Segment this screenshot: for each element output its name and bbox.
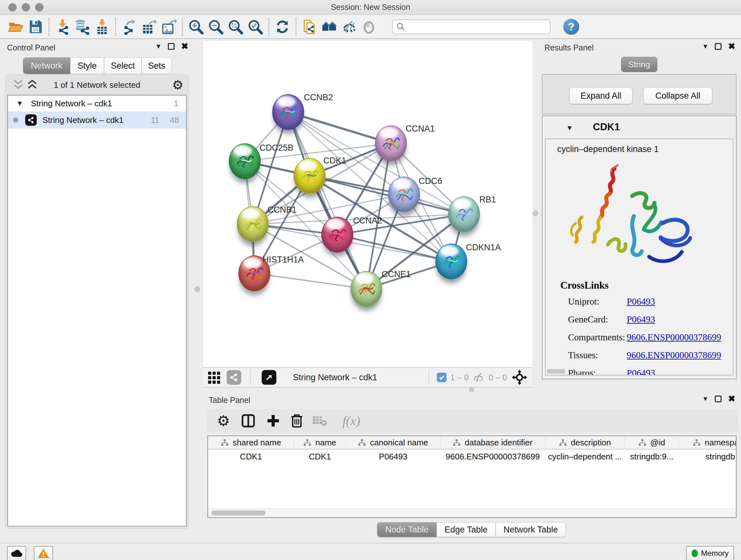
panel-collapse-icon[interactable]: ▼: [702, 395, 709, 402]
network-overview-houses-icon[interactable]: [320, 17, 339, 36]
tree-expander-icon[interactable]: ▼: [16, 99, 23, 108]
refresh-view-icon[interactable]: [273, 17, 292, 36]
network-node-rb1[interactable]: [448, 196, 480, 232]
network-node-ccne1[interactable]: [350, 271, 382, 307]
tab-sets[interactable]: Sets: [142, 57, 172, 74]
panel-close-icon[interactable]: ✖: [181, 42, 188, 51]
export-table-icon[interactable]: [139, 17, 159, 36]
column-header-name[interactable]: name: [294, 436, 346, 449]
network-node-cdc25b[interactable]: [229, 143, 261, 179]
zoom-out-icon[interactable]: [206, 17, 226, 36]
left-splitter-handle[interactable]: [194, 287, 200, 292]
column-header-canonical-name[interactable]: canonical name: [346, 436, 441, 449]
panel-close-icon[interactable]: ✖: [728, 42, 735, 51]
add-column-icon[interactable]: [265, 413, 281, 429]
crosslink-link[interactable]: P06493: [627, 296, 655, 307]
column-header-namespace[interactable]: namespace: [679, 436, 737, 449]
network-view-share-icon[interactable]: [226, 368, 241, 387]
collapse-all-button[interactable]: Collapse All: [643, 87, 712, 104]
section-expander-icon[interactable]: ▼: [566, 124, 573, 132]
node-label-ccnb2: CCNB2: [304, 92, 333, 103]
table-cell[interactable]: cyclin–dependent ...: [545, 449, 625, 463]
tab-style[interactable]: Style: [70, 57, 104, 74]
panel-collapse-icon[interactable]: ▼: [155, 43, 162, 50]
network-view-canvas[interactable]: CCNB2CCNA1CDC25BCDK1CDC6RB1CCNB1CCNA2CDK…: [203, 41, 532, 367]
selected-checkbox-icon[interactable]: [437, 373, 447, 382]
panel-float-icon[interactable]: [715, 43, 722, 50]
birdseye-view-icon[interactable]: [262, 368, 276, 387]
table-cell[interactable]: 9606.ENSP00000378699: [441, 449, 545, 463]
table-horizontal-scrollbar[interactable]: [208, 508, 736, 517]
tab-network-table[interactable]: Network Table: [495, 522, 566, 537]
network-node-ccna1[interactable]: [375, 125, 407, 161]
network-node-ccnb1[interactable]: [237, 206, 269, 242]
zoom-selected-icon[interactable]: [246, 17, 265, 36]
column-header--id[interactable]: @id: [625, 436, 679, 449]
table-cell[interactable]: stringdb: [679, 449, 737, 463]
crosslink-link[interactable]: 9606.ENSP00000378699: [627, 350, 721, 361]
network-node-cdkn1a[interactable]: [435, 244, 467, 279]
panel-close-icon[interactable]: ✖: [728, 395, 735, 403]
tab-edge-table[interactable]: Edge Table: [436, 522, 495, 537]
network-node-cdk1[interactable]: [293, 158, 326, 194]
expand-all-button[interactable]: Expand All: [569, 87, 632, 104]
tab-string[interactable]: String: [621, 57, 657, 72]
crosslink-link[interactable]: P06493: [627, 368, 655, 375]
network-edge[interactable]: [254, 273, 366, 289]
search-input[interactable]: [406, 22, 540, 31]
column-header-description[interactable]: description: [545, 436, 625, 449]
save-session-icon[interactable]: [25, 17, 45, 36]
crosslink-link[interactable]: P06493: [627, 314, 655, 325]
zoom-fit-icon[interactable]: [226, 17, 246, 36]
crosslink-link[interactable]: 9606.ENSP00000378699: [627, 332, 721, 343]
import-network-from-database-icon[interactable]: [72, 17, 92, 36]
network-edge[interactable]: [337, 235, 451, 261]
network-options-gear-icon[interactable]: ⚙: [172, 78, 184, 91]
bottom-splitter-handle[interactable]: [469, 388, 474, 392]
tab-node-table[interactable]: Node Table: [377, 522, 436, 537]
hide-selected-eye-icon[interactable]: [339, 17, 359, 36]
column-header-shared-name[interactable]: shared name: [208, 436, 294, 449]
pan-crosshair-icon[interactable]: [511, 368, 528, 387]
panel-collapse-icon[interactable]: ▼: [702, 43, 709, 50]
tab-select[interactable]: Select: [104, 57, 142, 74]
right-splitter-handle[interactable]: [533, 210, 538, 216]
export-network-icon[interactable]: [119, 17, 139, 36]
hidden-nodes-indicator[interactable]: 0 – 0: [472, 368, 507, 387]
import-table-from-file-icon[interactable]: [92, 17, 112, 36]
cloud-status-button[interactable]: [7, 546, 26, 560]
network-row-selected[interactable]: String Network – cdk1 11 48: [8, 111, 186, 129]
table-cell[interactable]: CDK1: [208, 449, 294, 463]
warnings-button[interactable]: [34, 546, 53, 560]
table-options-gear-icon[interactable]: ⚙: [215, 413, 232, 429]
help-button[interactable]: ?: [563, 19, 579, 35]
delete-column-trash-icon[interactable]: [288, 413, 305, 429]
table-cell[interactable]: stringdb:9...: [625, 449, 679, 463]
import-network-from-file-icon[interactable]: [53, 17, 72, 36]
search-box[interactable]: [392, 19, 550, 34]
warning-icon: [37, 548, 50, 559]
export-image-icon[interactable]: [159, 17, 179, 36]
zoom-in-icon[interactable]: [186, 17, 206, 36]
panel-float-icon[interactable]: [715, 395, 722, 402]
network-node-ccna2[interactable]: [321, 217, 353, 253]
table-row[interactable]: CDK1CDK1P064939606.ENSP00000378699cyclin…: [208, 449, 736, 463]
network-collection-row[interactable]: ▼ String Network – cdk1 1: [8, 96, 186, 111]
results-hscroll-thumb[interactable]: [547, 369, 565, 374]
open-session-icon[interactable]: [6, 17, 25, 36]
network-node-cdc6[interactable]: [388, 177, 420, 212]
grid-mode-icon[interactable]: [207, 368, 221, 387]
table-cell[interactable]: CDK1: [294, 449, 346, 463]
table-cell[interactable]: P06493: [346, 449, 441, 463]
selected-nodes-indicator[interactable]: 1 – 0: [437, 368, 469, 387]
column-visibility-icon[interactable]: [240, 413, 257, 429]
clone-network-icon[interactable]: [300, 17, 320, 36]
protein-section-header[interactable]: ▼ CDK1: [542, 116, 736, 138]
memory-button[interactable]: Memory: [686, 546, 734, 560]
protein-ribbon-thumbnail: [381, 132, 403, 155]
column-header-database-identifier[interactable]: database identifier: [441, 436, 545, 449]
scrollbar-thumb[interactable]: [211, 510, 266, 516]
tab-network[interactable]: Network: [23, 57, 70, 74]
network-node-ccnb2[interactable]: [272, 94, 304, 130]
panel-float-icon[interactable]: [168, 43, 175, 50]
